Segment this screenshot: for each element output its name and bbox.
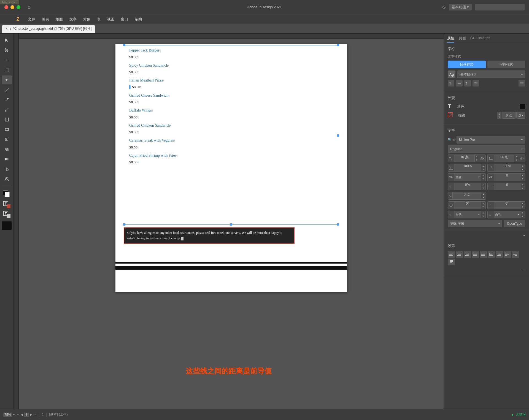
align-more-4[interactable] [512, 251, 519, 258]
tab-properties[interactable]: 属性 [447, 36, 454, 43]
align-more-2[interactable] [496, 251, 503, 258]
paragraph-icon-3[interactable]: ¶ [464, 80, 471, 86]
zoom-value[interactable]: 75% [3, 413, 12, 417]
leading-up[interactable]: ▲ [514, 155, 519, 158]
tool-gradient[interactable] [2, 155, 12, 164]
baseline-shift-stepper[interactable]: ▲ ▼ [520, 183, 525, 190]
opentype-button[interactable]: OpenType [504, 220, 525, 227]
tracking-group[interactable]: VA 0 ▲ ▼ [487, 173, 525, 181]
leading-stepper[interactable]: ▲ ▼ [514, 155, 519, 162]
handle-tr[interactable] [337, 44, 339, 46]
stroke-value[interactable]: 0 点 [502, 112, 516, 119]
tool-frame[interactable] [2, 115, 12, 124]
auto2-group[interactable]: T. 自动 ▾ ▲ ▼ [487, 211, 525, 218]
tool-direct-select[interactable] [2, 46, 12, 55]
angle1-value[interactable]: 0° [454, 202, 481, 209]
tracking-value[interactable]: 0 [494, 174, 520, 181]
home-icon[interactable]: ⌂ [28, 4, 31, 10]
kerning-dropdown[interactable]: 量度 ▾ [454, 174, 481, 181]
paragraph-style-button[interactable]: 段落样式 [448, 61, 486, 68]
auto2-down[interactable]: ▼ [520, 215, 525, 218]
font-size-up[interactable]: ▲ [475, 155, 479, 158]
angle1-down[interactable]: ▼ [481, 205, 485, 209]
scale-h-up[interactable]: ▲ [481, 164, 485, 168]
auto1-group[interactable]: T 自动 ▾ ▲ ▼ [448, 211, 486, 218]
overflow-text-frame[interactable]: ¶If you have allergies or any other food… [124, 227, 295, 244]
char-more-button[interactable]: ··· [522, 233, 525, 238]
leading-unit[interactable]: 点▾ [519, 155, 525, 162]
stroke-up[interactable]: ▲ [497, 112, 501, 115]
baseline-unit-down[interactable]: ▼ [481, 196, 486, 199]
stroke-unit[interactable]: 点 ▾ [516, 112, 525, 119]
maximize-button[interactable] [17, 5, 20, 9]
page-number[interactable]: 1 [24, 413, 29, 417]
share-icon[interactable]: ⎋ [442, 4, 446, 10]
auto2-up[interactable]: ▲ [520, 211, 525, 215]
handle-br[interactable] [337, 223, 339, 226]
handle-mr[interactable] [337, 134, 339, 137]
font-size-value[interactable]: 10 点 [454, 155, 474, 162]
menu-item-text[interactable]: 文字 [69, 17, 77, 22]
black-swatch[interactable] [2, 221, 12, 230]
paragraph-icon-2[interactable] [456, 80, 463, 86]
kerning-up[interactable]: ▲ [481, 174, 485, 177]
scale-v-group[interactable]: T 100% ▲ ▼ [487, 164, 525, 172]
tool-transform[interactable] [2, 145, 12, 154]
leading-down[interactable]: ▼ [514, 158, 519, 162]
tracking-pct-group[interactable]: T 0% ▲ ▼ [448, 183, 486, 190]
tool-line[interactable] [2, 85, 12, 94]
menu-item-edit[interactable]: 编辑 [42, 17, 49, 22]
align-justify-all[interactable] [480, 251, 487, 258]
angle2-up[interactable]: ▲ [520, 202, 525, 205]
document-tab[interactable]: ✕ ● *Character_paragraph.indd @ 75% [GPU… [2, 25, 95, 33]
paragraph-style-dropdown[interactable]: [基本段落]+ ▾ [457, 71, 525, 78]
handle-bl[interactable] [123, 223, 125, 226]
font-size-group[interactable]: TT 10 点 ▲ ▼ 点▾ [448, 155, 486, 162]
align-justify[interactable] [472, 251, 479, 258]
tool-gap[interactable] [2, 56, 12, 64]
auto2-stepper[interactable]: ▲ ▼ [520, 211, 525, 218]
text-fill-indicator[interactable]: T [2, 200, 12, 209]
auto2-dropdown[interactable]: 自动 ▾ [494, 211, 520, 218]
tracking-stepper[interactable]: ▲ ▼ [520, 174, 525, 181]
tab-pages[interactable]: 页面 [459, 36, 466, 43]
baseline-unit-group[interactable]: Aₐ 0 点 ▲ ▼ [448, 192, 486, 200]
tracking-pct-value[interactable]: 0% [454, 183, 481, 190]
fill-swatch[interactable] [520, 104, 525, 109]
auto1-dropdown[interactable]: 自动 ▾ [454, 211, 481, 218]
auto1-up[interactable]: ▲ [481, 211, 485, 215]
handle-tl[interactable] [123, 44, 125, 46]
scale-h-group[interactable]: T 100% ▲ ▼ [448, 164, 486, 172]
baseline-unit-stepper[interactable]: ▲ ▼ [481, 192, 486, 199]
text-color-indicator[interactable]: T [2, 210, 12, 219]
tool-select-arrow[interactable] [2, 36, 12, 45]
tool-brush[interactable] [2, 105, 12, 114]
tracking-pct-down[interactable]: ▼ [481, 186, 485, 190]
font-size-unit[interactable]: 点▾ [479, 155, 485, 162]
minimize-button[interactable] [10, 5, 14, 9]
tab-close-icon[interactable]: ✕ [6, 27, 8, 30]
tool-hand[interactable] [2, 165, 12, 174]
scale-h-stepper[interactable]: ▲ ▼ [481, 164, 485, 171]
auto1-stepper[interactable]: ▲ ▼ [481, 211, 485, 218]
kerning-group[interactable]: VA 量度 ▾ ▲ ▼ [448, 173, 486, 181]
tool-page[interactable] [2, 66, 12, 74]
font-style-dropdown[interactable]: Regular ▾ [448, 145, 525, 153]
angle2-stepper[interactable]: ▲ ▼ [520, 202, 525, 209]
scale-h-value[interactable]: 100% [454, 164, 481, 171]
menu-item-view[interactable]: 视图 [107, 17, 114, 22]
scale-v-up[interactable]: ▲ [520, 164, 525, 168]
language-dropdown[interactable]: 英语: 美国 ▾ [448, 220, 502, 227]
scale-v-stepper[interactable]: ▲ ▼ [520, 164, 525, 171]
page-prev[interactable]: ◀ [21, 413, 23, 416]
menu-item-table[interactable]: 表 [97, 17, 101, 22]
align-right[interactable] [464, 251, 471, 258]
kerning-stepper[interactable]: ▲ ▼ [481, 174, 485, 181]
auto1-down[interactable]: ▼ [481, 215, 485, 218]
angle2-group[interactable]: T 0° ▲ ▼ [487, 201, 525, 209]
font-size-stepper[interactable]: ▲ ▼ [474, 155, 479, 162]
angle1-group[interactable]: 0° ▲ ▼ [448, 201, 486, 209]
stroke-stepper[interactable]: ▲ ▼ [497, 112, 501, 119]
close-button[interactable] [4, 5, 8, 9]
align-left[interactable] [448, 251, 455, 258]
